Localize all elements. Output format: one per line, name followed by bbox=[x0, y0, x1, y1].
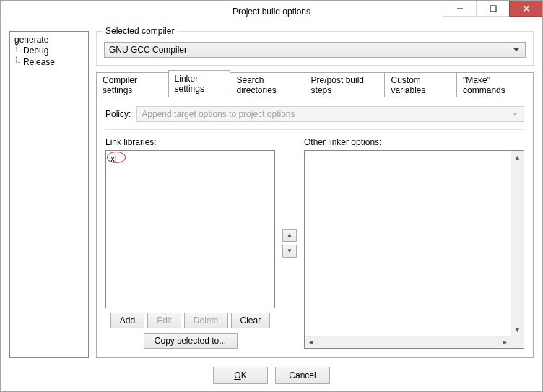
link-libraries-column: Link libraries: xl Add Edit Delete Clear bbox=[105, 137, 275, 349]
chevron-down-icon: ▼ bbox=[287, 248, 292, 254]
scroll-right-icon: ► bbox=[499, 336, 511, 348]
move-down-button[interactable]: ▼ bbox=[282, 245, 297, 258]
ok-button-label-rest: K bbox=[241, 370, 247, 380]
move-up-button[interactable]: ▲ bbox=[282, 229, 297, 242]
link-libraries-list[interactable]: xl bbox=[105, 150, 275, 308]
dialog-footer: OK Cancel bbox=[9, 358, 534, 384]
tree-root[interactable]: generate bbox=[14, 35, 84, 45]
minimize-icon bbox=[456, 5, 464, 12]
maximize-button[interactable] bbox=[476, 1, 509, 17]
add-button[interactable]: Add bbox=[110, 313, 144, 328]
target-tree[interactable]: generate Debug Release bbox=[9, 31, 89, 358]
scrollbar-vertical[interactable]: ▲ ▼ bbox=[511, 151, 524, 336]
tree-item-debug[interactable]: Debug bbox=[22, 45, 84, 56]
cancel-button[interactable]: Cancel bbox=[275, 367, 330, 384]
list-buttons-row-1: Add Edit Delete Clear bbox=[105, 313, 275, 328]
close-button[interactable] bbox=[509, 1, 542, 17]
tabs-row: Compiler settings Linker settings Search… bbox=[96, 70, 534, 97]
dialog-window: Project build options generate Debug Rel… bbox=[0, 0, 543, 392]
tree-children: Debug Release bbox=[22, 45, 84, 68]
minimize-button[interactable] bbox=[443, 1, 476, 17]
tab-compiler-settings[interactable]: Compiler settings bbox=[96, 72, 169, 97]
tab-area: Compiler settings Linker settings Search… bbox=[96, 70, 534, 358]
tab-prepost-build[interactable]: Pre/post build steps bbox=[305, 72, 386, 97]
reorder-column: ▲ ▼ bbox=[281, 137, 298, 349]
other-linker-textarea[interactable]: ▲ ▼ ◄ ► bbox=[304, 150, 524, 349]
close-icon bbox=[523, 5, 530, 12]
scroll-left-icon: ◄ bbox=[305, 336, 317, 348]
policy-label: Policy: bbox=[105, 109, 131, 119]
tree-item-release[interactable]: Release bbox=[22, 56, 84, 68]
scroll-up-icon: ▲ bbox=[511, 151, 524, 163]
compiler-dropdown-value: GNU GCC Compiler bbox=[109, 45, 187, 55]
compiler-dropdown[interactable]: GNU GCC Compiler bbox=[104, 42, 526, 58]
other-linker-label: Other linker options: bbox=[304, 137, 524, 147]
other-linker-column: Other linker options: ▲ ▼ ◄ ► bbox=[304, 137, 524, 349]
selected-compiler-group: Selected compiler GNU GCC Compiler bbox=[96, 31, 534, 66]
policy-dropdown-value: Append target options to project options bbox=[142, 109, 295, 119]
window-title: Project build options bbox=[233, 6, 310, 17]
policy-dropdown[interactable]: Append target options to project options bbox=[136, 106, 524, 122]
window-controls bbox=[443, 1, 542, 17]
titlebar: Project build options bbox=[1, 1, 542, 22]
scrollbar-horizontal[interactable]: ◄ ► bbox=[305, 336, 511, 348]
clear-button[interactable]: Clear bbox=[231, 313, 271, 328]
delete-button[interactable]: Delete bbox=[184, 313, 228, 328]
chevron-up-icon: ▲ bbox=[287, 232, 292, 238]
scroll-down-icon: ▼ bbox=[511, 323, 524, 336]
right-pane: Selected compiler GNU GCC Compiler Compi… bbox=[96, 31, 534, 358]
main-row: generate Debug Release Selected compiler… bbox=[9, 31, 534, 358]
edit-button[interactable]: Edit bbox=[147, 313, 181, 328]
copy-selected-button[interactable]: Copy selected to... bbox=[144, 333, 238, 349]
tab-linker-settings[interactable]: Linker settings bbox=[168, 70, 231, 97]
link-libraries-label: Link libraries: bbox=[105, 137, 275, 147]
scroll-corner bbox=[511, 336, 524, 348]
tab-make-commands[interactable]: "Make" commands bbox=[456, 72, 534, 97]
dialog-content: generate Debug Release Selected compiler… bbox=[1, 22, 542, 391]
linker-settings-panel: Policy: Append target options to project… bbox=[96, 97, 534, 358]
selected-compiler-legend: Selected compiler bbox=[103, 26, 177, 36]
linker-columns: Link libraries: xl Add Edit Delete Clear bbox=[105, 137, 524, 349]
tab-custom-variables[interactable]: Custom variables bbox=[384, 72, 457, 97]
tab-search-directories[interactable]: Search directories bbox=[230, 72, 305, 97]
policy-row: Policy: Append target options to project… bbox=[105, 106, 524, 130]
list-buttons-row-2: Copy selected to... bbox=[105, 333, 275, 349]
list-item[interactable]: xl bbox=[109, 154, 272, 164]
svg-rect-1 bbox=[490, 6, 496, 12]
maximize-icon bbox=[490, 5, 497, 12]
ok-button[interactable]: OK bbox=[213, 367, 268, 384]
